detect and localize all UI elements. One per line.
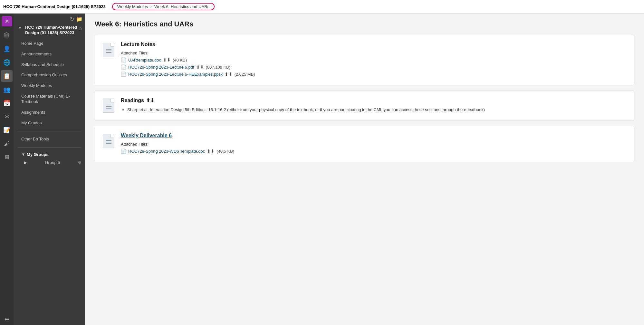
- home-icon[interactable]: ⌂: [79, 25, 82, 31]
- sidebar-item-quizzes[interactable]: Comprehension Quizzes: [14, 70, 85, 81]
- group-icon[interactable]: 👥: [1, 84, 13, 95]
- sidebar-divider-2: [17, 147, 81, 148]
- deliverable-file-list: 📄 HCC729-Spring 2023-WD6 Template.doc ⬆⬇…: [121, 148, 628, 154]
- sidebar-divider: [17, 131, 81, 131]
- lecture-notes-doc-icon: [101, 42, 116, 58]
- sidebar-item-group5[interactable]: ▶ Group 5 ⊙: [14, 158, 85, 167]
- group5-label: Group 5: [45, 160, 60, 165]
- file-size-1: (40 KB): [173, 58, 187, 62]
- sidebar-item-syllabus[interactable]: Syllabus and Schedule: [14, 60, 85, 70]
- sidebar-item-assignments[interactable]: Assignments: [14, 107, 85, 118]
- course-header: ▼ HCC 729 Human-Centered Design (01.1625…: [14, 22, 85, 37]
- sidebar-course-title: HCC 729 Human-Centered Design (01.1625) …: [25, 25, 81, 36]
- folder-icon[interactable]: 📁: [76, 16, 82, 22]
- deliverable-body: Weekly Deliverable 6 Attached Files: 📄 H…: [121, 133, 628, 156]
- breadcrumb-week6[interactable]: Week 6: Heuristics and UARs: [154, 4, 209, 9]
- sidebar-item-other-tools[interactable]: Other Bb Tools: [14, 134, 85, 145]
- lecture-notes-heading: Lecture Notes: [121, 42, 628, 47]
- download-icon-1[interactable]: ⬆⬇: [163, 57, 171, 62]
- lecture-notes-attached-label: Attached Files:: [121, 51, 628, 55]
- topbar-course-title: HCC 729 Human-Centered Design (01.1625) …: [3, 4, 106, 9]
- calendar-icon[interactable]: 📅: [1, 97, 13, 109]
- sidebar-item-announcements[interactable]: Announcements: [14, 49, 85, 60]
- collapse-arrow-icon[interactable]: ▼: [18, 25, 22, 30]
- person-icon[interactable]: 👤: [1, 43, 13, 55]
- my-groups-section[interactable]: ▼ My Groups: [14, 150, 85, 158]
- weekly-deliverable-card: Weekly Deliverable 6 Attached Files: 📄 H…: [95, 126, 634, 162]
- file-link-uar-template[interactable]: UARtemplate.doc: [128, 58, 161, 62]
- readings-list-item: Sharp et al. Interaction Design 5th Edit…: [127, 107, 628, 113]
- icon-rail: ✕ 🏛 👤 🌐 📋 👥 📅 ✉ 📝 🖌 🖥 ⬅: [0, 14, 14, 325]
- screen-icon[interactable]: 🖥: [1, 151, 13, 163]
- my-groups-label: My Groups: [27, 152, 49, 157]
- file-icon-3: 📄: [121, 72, 126, 77]
- signout-icon[interactable]: ⬅: [1, 313, 13, 325]
- file-size-3: (2.625 MB): [234, 72, 255, 77]
- my-groups-arrow-icon: ▼: [21, 152, 25, 157]
- readings-heading-text: Readings: [121, 98, 144, 103]
- file-icon-1: 📄: [121, 57, 126, 62]
- lecture-notes-body: Lecture Notes Attached Files: 📄 UARtempl…: [121, 42, 628, 79]
- group5-arrow-icon: ▶: [24, 160, 27, 165]
- file-item-lecture6-pdf: 📄 HCC729-Spring 2023-Lecture 6.pdf ⬆⬇ (6…: [121, 64, 628, 70]
- content-area: Week 6: Heuristics and UARs Lecture Note…: [85, 14, 644, 325]
- refresh-icon[interactable]: ↻: [70, 16, 74, 22]
- readings-download-icon[interactable]: ⬆⬇: [146, 97, 154, 103]
- download-icon-2[interactable]: ⬆⬇: [196, 64, 204, 70]
- readings-body: Readings ⬆⬇ Sharp et al. Interaction Des…: [121, 97, 628, 113]
- file-link-lecture6-pdf[interactable]: HCC729-Spring 2023-Lecture 6.pdf: [128, 65, 194, 70]
- sidebar-item-cmi[interactable]: Course Materials (CMI) E-Textbook: [14, 91, 85, 107]
- note-icon[interactable]: 📝: [1, 124, 13, 136]
- top-bar: HCC 729 Human-Centered Design (01.1625) …: [0, 0, 644, 14]
- breadcrumb-weekly-modules[interactable]: Weekly Modules: [117, 4, 148, 9]
- sidebar-item-weekly-modules[interactable]: Weekly Modules: [14, 81, 85, 91]
- deliverable-doc-icon: [101, 133, 116, 149]
- breadcrumb-separator: ›: [150, 5, 152, 9]
- sidebar-item-home-page[interactable]: Home Page: [14, 38, 85, 49]
- file-item-uar-template: 📄 UARtemplate.doc ⬆⬇ (40 KB): [121, 57, 628, 62]
- sidebar-top-actions: ↻ 📁: [14, 14, 85, 22]
- breadcrumb-container: Weekly Modules › Week 6: Heuristics and …: [112, 3, 215, 10]
- close-button[interactable]: ✕: [2, 16, 12, 26]
- readings-list: Sharp et al. Interaction Design 5th Edit…: [127, 107, 628, 113]
- file-size-2: (607.108 KB): [206, 65, 231, 70]
- page-title: Week 6: Heuristics and UARs: [95, 20, 634, 28]
- download-icon-3[interactable]: ⬆⬇: [225, 72, 232, 77]
- file-link-wd6-template[interactable]: HCC729-Spring 2023-WD6 Template.doc: [128, 149, 205, 154]
- book-icon[interactable]: 📋: [1, 70, 13, 82]
- readings-card: Readings ⬆⬇ Sharp et al. Interaction Des…: [95, 91, 634, 121]
- file-item-lecture6-ppsx: 📄 HCC729-Spring 2023-Lecture 6-HEExample…: [121, 72, 628, 77]
- file-icon-2: 📄: [121, 64, 126, 70]
- deliverable-heading: Weekly Deliverable 6: [121, 133, 628, 139]
- readings-heading: Readings ⬆⬇: [121, 97, 628, 103]
- sidebar-nav: Home Page Announcements Syllabus and Sch…: [14, 38, 85, 167]
- file-link-lecture6-ppsx[interactable]: HCC729-Spring 2023-Lecture 6-HEExamples.…: [128, 72, 223, 77]
- brush-icon[interactable]: 🖌: [1, 138, 13, 149]
- globe-icon[interactable]: 🌐: [1, 57, 13, 68]
- readings-doc-icon: [101, 97, 116, 114]
- mail-icon[interactable]: ✉: [1, 111, 13, 122]
- file-icon-wd6: 📄: [121, 148, 126, 154]
- deliverable-heading-link[interactable]: Weekly Deliverable 6: [121, 133, 172, 138]
- file-item-wd6-template: 📄 HCC729-Spring 2023-WD6 Template.doc ⬆⬇…: [121, 148, 628, 154]
- lecture-notes-card: Lecture Notes Attached Files: 📄 UARtempl…: [95, 35, 634, 85]
- sidebar-item-grades[interactable]: My Grades: [14, 118, 85, 129]
- sidebar: ↻ 📁 ▼ HCC 729 Human-Centered Design (01.…: [14, 14, 85, 325]
- group5-nav-icon: ⊙: [78, 160, 81, 165]
- deliverable-attached-label: Attached Files:: [121, 142, 628, 147]
- lecture-notes-file-list: 📄 UARtemplate.doc ⬆⬇ (40 KB) 📄 HCC729-Sp…: [121, 57, 628, 77]
- download-icon-wd6[interactable]: ⬆⬇: [207, 148, 215, 154]
- building-icon[interactable]: 🏛: [1, 30, 13, 41]
- file-size-wd6: (40.5 KB): [216, 149, 234, 154]
- main-layout: ✕ 🏛 👤 🌐 📋 👥 📅 ✉ 📝 🖌 🖥 ⬅ ↻ 📁 ▼ HCC 729 Hu…: [0, 14, 644, 325]
